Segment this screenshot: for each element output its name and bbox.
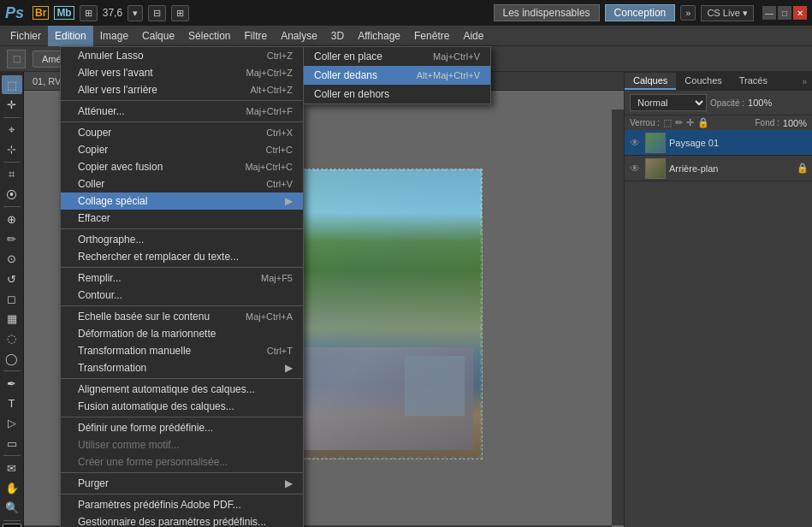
menu-fichier[interactable]: Fichier bbox=[3, 26, 48, 46]
tool-crop[interactable]: ⌗ bbox=[2, 165, 22, 184]
tool-shape[interactable]: ▭ bbox=[2, 434, 22, 453]
window-maximize-btn[interactable]: □ bbox=[778, 6, 791, 20]
tool-move[interactable]: ✛ bbox=[2, 95, 22, 114]
menu-remplir[interactable]: Remplir... Maj+F5 bbox=[61, 269, 303, 287]
menu-filtre[interactable]: Filtre bbox=[237, 26, 274, 46]
menu-alignement-calques[interactable]: Alignement automatique des calques... bbox=[61, 381, 303, 398]
layer-visibility-0[interactable]: 👁 bbox=[628, 136, 642, 150]
menu-selection[interactable]: Sélection bbox=[181, 26, 237, 46]
lock-transparency-icon[interactable]: ⬚ bbox=[663, 117, 672, 128]
lock-paint-icon[interactable]: ✏ bbox=[675, 117, 683, 128]
tool-eraser[interactable]: ◻ bbox=[2, 289, 22, 308]
panel-tab-couches[interactable]: Couches bbox=[676, 73, 730, 90]
submenu-coller-place[interactable]: Coller en place Maj+Ctrl+V bbox=[304, 47, 490, 66]
menu-parametres-pdf[interactable]: Paramètres prédéfinis Adobe PDF... bbox=[61, 496, 303, 513]
menu-copier[interactable]: Copier Ctrl+C bbox=[61, 141, 303, 158]
fond-label: Fond : bbox=[756, 118, 779, 127]
menu-annuler-lasso[interactable]: Annuler Lasso Ctrl+Z bbox=[61, 47, 303, 64]
tool-gradient[interactable]: ▦ bbox=[2, 310, 22, 329]
canvas-scroll-vertical[interactable] bbox=[612, 110, 624, 525]
lock-move-icon[interactable]: ✛ bbox=[686, 117, 694, 128]
menu-copier-fusion[interactable]: Copier avec fusion Maj+Ctrl+C bbox=[61, 158, 303, 175]
layers-list: 👁 Paysage 01 👁 Arrière-plan 🔒 bbox=[625, 130, 812, 527]
layer-item-1[interactable]: 👁 Arrière-plan 🔒 bbox=[625, 156, 812, 181]
workspace-indispensables-btn[interactable]: Les indispensables bbox=[494, 4, 600, 21]
menu-fusion-calques[interactable]: Fusion automatique des calques... bbox=[61, 398, 303, 415]
menu-aide[interactable]: Aide bbox=[456, 26, 490, 46]
tool-hand[interactable]: ✋ bbox=[2, 478, 22, 497]
tool-separator-4 bbox=[3, 370, 21, 371]
tool-eyedropper[interactable]: ⦿ bbox=[2, 185, 22, 204]
lock-all-icon[interactable]: 🔒 bbox=[697, 117, 709, 128]
submenu-coller-dedans[interactable]: Coller dedans Alt+Maj+Ctrl+V bbox=[304, 66, 490, 85]
right-panel: Calques Couches Tracés » Normal Opacité … bbox=[624, 72, 812, 527]
menu-transformation-manuelle[interactable]: Transformation manuelle Ctrl+T bbox=[61, 342, 303, 359]
view-btn[interactable]: ⊟ bbox=[148, 5, 166, 21]
tool-pen[interactable]: ✒ bbox=[2, 374, 22, 393]
menu-definir-forme[interactable]: Définir une forme prédéfinie... bbox=[61, 419, 303, 436]
tool-note[interactable]: ✉ bbox=[2, 459, 22, 477]
layer-thumbnail-1 bbox=[645, 158, 666, 179]
menu-collage-special[interactable]: Collage spécial ▶ bbox=[61, 192, 303, 210]
menu-deformation[interactable]: Déformation de la marionnette bbox=[61, 325, 303, 342]
menu-fenetre[interactable]: Fenêtre bbox=[407, 26, 456, 46]
tool-select-path[interactable]: ▷ bbox=[2, 414, 22, 433]
panel-tab-calques[interactable]: Calques bbox=[625, 73, 676, 90]
tool-history[interactable]: ↺ bbox=[2, 269, 22, 288]
menu-sep-7 bbox=[61, 417, 303, 417]
menu-attenuer[interactable]: Atténuer... Maj+Ctrl+F bbox=[61, 103, 303, 120]
menu-effacer[interactable]: Effacer bbox=[61, 210, 303, 227]
menu-3d[interactable]: 3D bbox=[324, 26, 351, 46]
menu-gestionnaire-parametres[interactable]: Gestionnaire des paramètres prédéfinis..… bbox=[61, 513, 303, 527]
menu-affichage[interactable]: Affichage bbox=[351, 26, 407, 46]
panel-collapse-btn[interactable]: » bbox=[797, 77, 812, 86]
menu-edition[interactable]: Edition bbox=[48, 26, 93, 46]
menu-sep-6 bbox=[61, 378, 303, 379]
edition-menu: Annuler Lasso Ctrl+Z Aller vers l'avant … bbox=[60, 46, 304, 527]
tool-blur[interactable]: ◌ bbox=[2, 329, 22, 348]
zoom-value: 37,6 bbox=[103, 7, 122, 19]
menu-coller[interactable]: Coller Ctrl+V bbox=[61, 175, 303, 192]
layer-visibility-1[interactable]: 👁 bbox=[628, 162, 642, 175]
menu-analyse[interactable]: Analyse bbox=[274, 26, 324, 46]
tool-text[interactable]: T bbox=[2, 394, 22, 412]
window-minimize-btn[interactable]: — bbox=[762, 6, 776, 20]
fond-value: 100% bbox=[783, 118, 807, 128]
menu-image[interactable]: Image bbox=[93, 26, 135, 46]
tool-lasso[interactable]: ⌖ bbox=[2, 120, 22, 139]
panel-tabs: Calques Couches Tracés bbox=[625, 73, 776, 90]
menu-calque[interactable]: Calque bbox=[135, 26, 181, 46]
menu-echelle-contenu[interactable]: Echelle basée sur le contenu Maj+Ctrl+A bbox=[61, 308, 303, 325]
tool-option-icon[interactable]: ⬚ bbox=[7, 50, 26, 68]
tool-brush[interactable]: ✏ bbox=[2, 230, 22, 249]
tool-dodge[interactable]: ◯ bbox=[2, 349, 22, 368]
menu-couper[interactable]: Couper Ctrl+X bbox=[61, 124, 303, 141]
menu-purger[interactable]: Purger ▶ bbox=[61, 475, 303, 492]
layout-btn[interactable]: ⊞ bbox=[80, 5, 98, 21]
foreground-color[interactable] bbox=[3, 524, 21, 527]
cslive-btn[interactable]: CS Live ▾ bbox=[701, 5, 754, 21]
menu-aller-arriere[interactable]: Aller vers l'arrière Alt+Ctrl+Z bbox=[61, 81, 303, 98]
menu-sep-1 bbox=[61, 100, 303, 101]
tool-selection[interactable]: ⬚ bbox=[2, 75, 22, 94]
window-close-btn[interactable]: ✕ bbox=[793, 6, 807, 20]
view2-btn[interactable]: ⊞ bbox=[171, 5, 189, 21]
zoom-select-btn[interactable]: ▾ bbox=[127, 5, 143, 21]
more-workspaces-btn[interactable]: » bbox=[680, 5, 696, 21]
tool-magic-wand[interactable]: ⊹ bbox=[2, 140, 22, 159]
tool-clone[interactable]: ⊙ bbox=[2, 250, 22, 269]
layer-item-0[interactable]: 👁 Paysage 01 bbox=[625, 130, 812, 156]
workspace-conception-btn[interactable]: Conception bbox=[605, 4, 676, 21]
panel-tab-traces[interactable]: Tracés bbox=[731, 73, 776, 90]
menu-rechercher-remplacer[interactable]: Rechercher et remplacer du texte... bbox=[61, 248, 303, 265]
blend-mode-select[interactable]: Normal bbox=[630, 94, 707, 111]
menu-aller-avant[interactable]: Aller vers l'avant Maj+Ctrl+Z bbox=[61, 64, 303, 81]
menu-orthographe[interactable]: Orthographe... bbox=[61, 231, 303, 248]
menu-transformation[interactable]: Transformation ▶ bbox=[61, 359, 303, 376]
menu-contour[interactable]: Contour... bbox=[61, 287, 303, 304]
tool-heal[interactable]: ⊕ bbox=[2, 210, 22, 228]
tool-zoom[interactable]: 🔍 bbox=[2, 499, 22, 518]
collage-special-submenu: Coller en place Maj+Ctrl+V Coller dedans… bbox=[303, 46, 491, 104]
submenu-coller-dehors[interactable]: Coller en dehors bbox=[304, 85, 490, 104]
menu-sep-9 bbox=[61, 494, 303, 494]
